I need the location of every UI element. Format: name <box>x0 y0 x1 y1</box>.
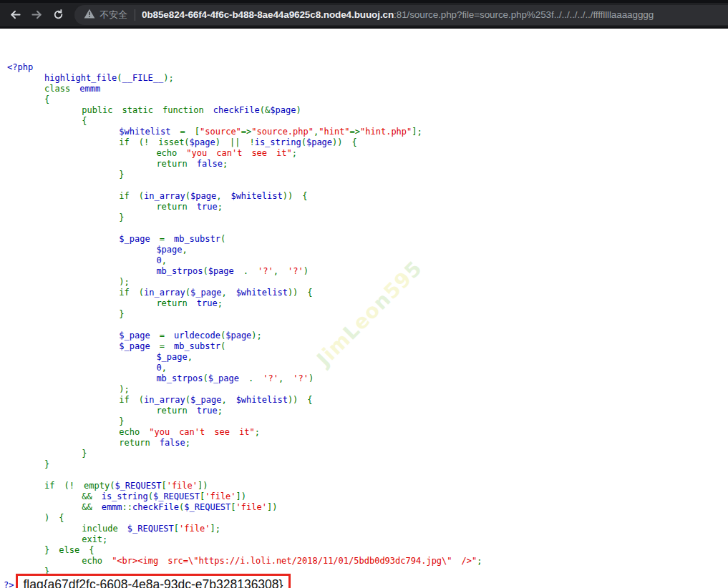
code-line: { <box>7 116 482 127</box>
code-line: <?php <box>7 62 482 73</box>
code-line: } <box>7 449 482 459</box>
code-line: return true; <box>7 298 482 309</box>
code-line: } <box>7 459 482 470</box>
code-line: highlight_file(__FILE__); <box>7 73 482 84</box>
code-line: class emmm <box>7 84 482 94</box>
code-line: } else { <box>7 545 482 556</box>
code-line: exit; <box>7 534 482 545</box>
code-line: echo "you can't see it"; <box>7 148 482 159</box>
code-line: return false; <box>7 159 482 170</box>
php-close-tag: ?> <box>4 580 14 588</box>
security-chip[interactable]: 不安全 <box>84 9 127 21</box>
code-line: if (in_array($_page, $whitelist)) { <box>7 288 482 298</box>
reload-button[interactable] <box>47 4 69 26</box>
back-button[interactable] <box>4 4 26 26</box>
code-line: return true; <box>7 406 482 416</box>
page-content: <?php highlight_file(__FILE__); class em… <box>0 29 728 588</box>
code-line: ) { <box>7 513 482 524</box>
code-line: $page, <box>7 245 482 255</box>
code-line: } <box>7 309 482 320</box>
php-output-row: ?> flag{a67df2fc-6608-4e8a-93dc-e7b32813… <box>0 574 291 588</box>
code-line <box>7 470 482 481</box>
code-line: include $_REQUEST['file']; <box>7 524 482 534</box>
php-code: <?php highlight_file(__FILE__); class em… <box>7 62 482 577</box>
code-line: && emmm::checkFile($_REQUEST['file']) <box>7 502 482 513</box>
url-text: 0b85e824-66f4-4f6c-b488-8ae44a9625c8.nod… <box>142 9 654 20</box>
flag-text: flag{a67df2fc-6608-4e8a-93dc-e7b32813630… <box>23 577 283 588</box>
code-line: ); <box>7 277 482 288</box>
code-line: echo "you can't see it"; <box>7 427 482 438</box>
code-line: mb_strpos($page . '?', '?') <box>7 266 482 277</box>
code-line: $_page, <box>7 352 482 363</box>
code-line: $_page = urldecode($page); <box>7 330 482 341</box>
code-line: && is_string($_REQUEST['file']) <box>7 491 482 502</box>
code-line: $_page = mb_substr( <box>7 341 482 352</box>
url-domain: 0b85e824-66f4-4f6c-b488-8ae44a9625c8.nod… <box>142 9 394 20</box>
code-line: $whitelist = ["source"=>"source.php","hi… <box>7 127 482 137</box>
code-line: } <box>7 170 482 180</box>
code-line <box>7 320 482 330</box>
code-line <box>7 223 482 234</box>
code-line: mb_strpos($_page . '?', '?') <box>7 373 482 384</box>
browser-toolbar: 不安全 0b85e824-66f4-4f6c-b488-8ae44a9625c8… <box>0 0 728 29</box>
url-path: :81/source.php?file=source.php%253f../..… <box>394 9 654 20</box>
warning-triangle-icon <box>84 9 95 21</box>
forward-button[interactable] <box>26 4 47 26</box>
code-line: return true; <box>7 202 482 212</box>
code-line: 0, <box>7 255 482 266</box>
code-line: if (in_array($_page, $whitelist)) { <box>7 395 482 406</box>
arrow-right-icon <box>31 9 43 21</box>
security-label: 不安全 <box>100 9 127 21</box>
code-line: if (! isset($page) || !is_string($page))… <box>7 137 482 148</box>
flag-annotation-box: flag{a67df2fc-6608-4e8a-93dc-e7b32813630… <box>16 574 291 588</box>
code-line: return false; <box>7 438 482 449</box>
code-line: } <box>7 212 482 223</box>
code-line: $_page = mb_substr( <box>7 234 482 245</box>
chip-separator <box>135 9 135 21</box>
refresh-icon <box>52 9 64 21</box>
address-bar[interactable]: 不安全 0b85e824-66f4-4f6c-b488-8ae44a9625c8… <box>74 5 728 25</box>
code-line: if (in_array($page, $whitelist)) { <box>7 191 482 202</box>
arrow-left-icon <box>9 9 21 21</box>
code-line: { <box>7 94 482 105</box>
code-line: echo "<br><img src=\"https://i.loli.net/… <box>7 556 482 567</box>
code-line: 0, <box>7 363 482 373</box>
code-line: } <box>7 416 482 427</box>
code-line: ); <box>7 384 482 395</box>
code-line <box>7 180 482 191</box>
code-line: public static function checkFile(&$page) <box>7 105 482 116</box>
code-line: if (! empty($_REQUEST['file']) <box>7 481 482 491</box>
